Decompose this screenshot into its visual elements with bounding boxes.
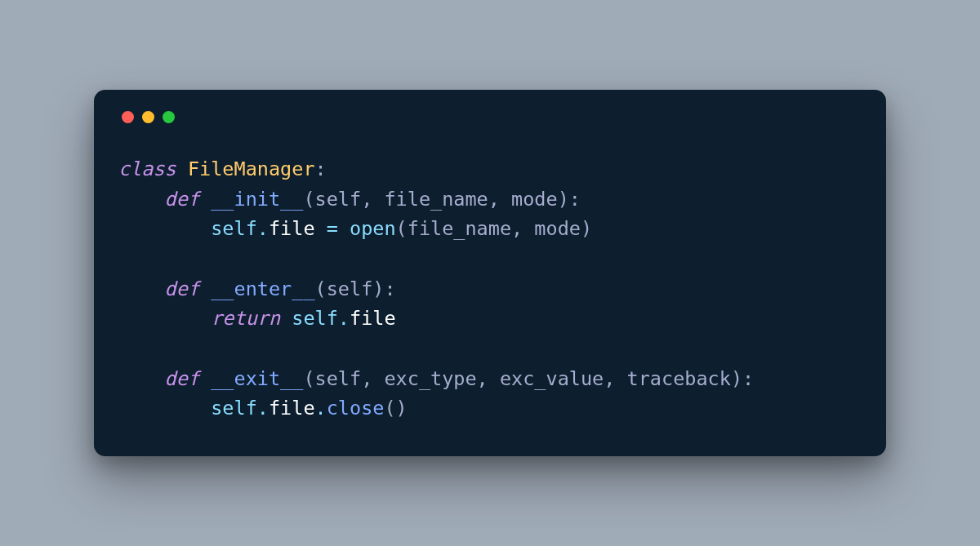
params: self, exc_type, exc_value, traceback [315,367,731,390]
paren-close: ): [558,188,581,211]
indent [118,188,165,211]
params: self, file_name, mode [315,188,558,211]
attr-file: file [269,397,315,419]
keyword-def: def [165,188,199,211]
args: file_name, mode [408,217,581,240]
keyword-return: return [211,307,280,330]
paren-open: ( [303,188,314,211]
close-icon[interactable] [122,111,134,123]
parens: () [384,397,407,419]
indent [118,367,165,390]
attr-file: file [350,307,396,330]
code-window: class FileManager: def __init__(self, fi… [94,90,886,456]
method-close: close [327,397,385,419]
code-block: class FileManager: def __init__(self, fi… [118,154,862,424]
fn-exit: __exit__ [211,367,303,390]
zoom-icon[interactable] [163,111,175,123]
builtin-open: open [350,217,396,240]
self: self [211,397,257,419]
minimize-icon[interactable] [142,111,154,123]
class-name: FileManager [188,158,315,180]
paren-close: ): [372,277,395,300]
paren-open: ( [396,217,408,240]
window-titlebar [118,111,862,123]
equals: = [315,217,350,240]
fn-init: __init__ [211,188,303,211]
self: self [211,217,257,240]
attr-file: file [269,217,315,240]
keyword-class: class [118,158,176,180]
fn-enter: __enter__ [211,277,314,300]
indent [118,217,211,240]
paren-open: ( [315,277,327,300]
dot: . [257,217,269,240]
keyword-def: def [165,367,199,390]
colon: : [315,158,327,180]
indent [118,277,165,300]
keyword-def: def [165,277,199,300]
paren-close: ): [731,367,754,390]
indent [118,307,211,330]
indent [118,397,211,419]
self: self [292,307,338,330]
dot: . [257,397,269,419]
paren-close: ) [581,217,592,240]
params: self [327,277,373,300]
dot: . [338,307,350,330]
dot: . [315,397,327,419]
paren-open: ( [303,367,314,390]
